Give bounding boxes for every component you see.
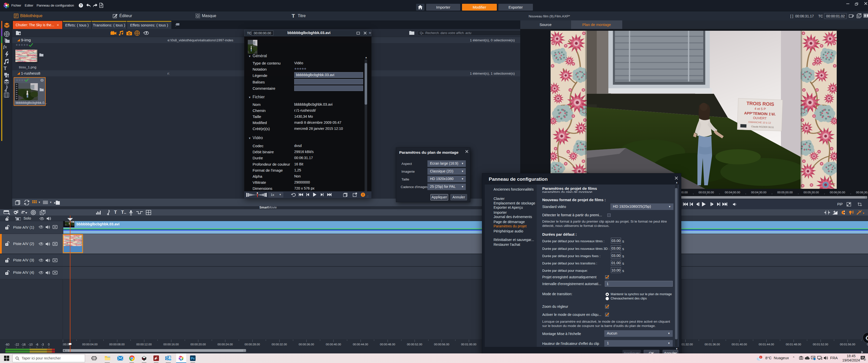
svg-text:Ps: Ps	[191, 357, 195, 360]
svg-text:?: ?	[80, 4, 82, 7]
svg-text:8: 8	[864, 359, 866, 361]
svg-text:1: 1	[760, 356, 761, 359]
